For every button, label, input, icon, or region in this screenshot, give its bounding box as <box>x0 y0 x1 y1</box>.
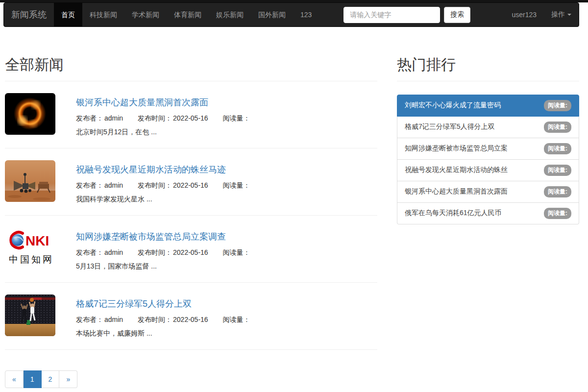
views-badge: 阅读量: <box>544 143 571 154</box>
hot-list-item[interactable]: 知网涉嫌垄断被市场监管总局立案 阅读量: <box>397 138 579 160</box>
all-news-section: 全部新闻 <box>5 27 377 388</box>
pagination-page-1[interactable]: 1 <box>24 370 42 388</box>
hot-list-item[interactable]: 格威7记三分绿军5人得分上双 阅读量: <box>397 117 579 138</box>
nav-item-foreign-news[interactable]: 国外新闻 <box>251 3 293 26</box>
news-thumbnail[interactable] <box>5 294 55 336</box>
basketball-image <box>5 294 55 336</box>
news-body: 银河系中心超大质量黑洞首次露面 发布者：admin 发布时间：2022-05-1… <box>76 93 264 137</box>
mars-rover-image <box>5 160 55 202</box>
svg-text:NKI: NKI <box>25 233 49 248</box>
nav-item-sports-news[interactable]: 体育新闻 <box>167 3 209 26</box>
news-body: 格威7记三分绿军5人得分上双 发布者：admin 发布时间：2022-05-16… <box>76 294 264 338</box>
news-item: 祝融号发现火星近期水活动的蛛丝马迹 发布者：admin 发布时间：2022-05… <box>5 148 377 216</box>
caret-down-icon <box>567 14 571 16</box>
hot-ranking-section: 热门排行 刘畊宏不小心爆火成了流量密码 阅读量: 格威7记三分绿军5人得分上双 … <box>397 27 579 388</box>
news-title-link[interactable]: 知网涉嫌垄断被市场监管总局立案调查 <box>76 231 226 243</box>
all-news-heading: 全部新闻 <box>5 55 377 81</box>
actions-dropdown[interactable]: 操作 <box>544 10 579 19</box>
search-input[interactable] <box>343 7 440 23</box>
hot-item-title: 格威7记三分绿军5人得分上双 <box>405 122 495 131</box>
news-meta: 发布者：admin 发布时间：2022-05-16 阅读量： <box>76 248 264 257</box>
nav-item-123[interactable]: 123 <box>293 3 319 26</box>
news-excerpt: 5月13日，国家市场监督 ... <box>76 262 264 271</box>
news-title-link[interactable]: 格威7记三分绿军5人得分上双 <box>76 298 192 310</box>
hot-item-title: 银河系中心超大质量黑洞首次露面 <box>405 187 508 196</box>
main-nav: 首页 科技新闻 学术新闻 体育新闻 娱乐新闻 国外新闻 123 <box>54 3 319 26</box>
pagination-next[interactable]: » <box>59 370 77 388</box>
news-meta: 发布者：admin 发布时间：2022-05-16 阅读量： <box>76 316 264 324</box>
navbar-right: user123 操作 <box>504 3 579 26</box>
views-badge: 阅读量: <box>544 186 571 197</box>
news-thumbnail[interactable] <box>5 93 55 135</box>
news-item: 格威7记三分绿军5人得分上双 发布者：admin 发布时间：2022-05-16… <box>5 283 377 350</box>
news-title-link[interactable]: 祝融号发现火星近期水活动的蛛丝马迹 <box>76 164 226 175</box>
hot-ranking-heading: 热门排行 <box>397 55 579 81</box>
pagination-page-2[interactable]: 2 <box>42 370 60 388</box>
news-body: 知网涉嫌垄断被市场监管总局立案调查 发布者：admin 发布时间：2022-05… <box>76 227 264 271</box>
hot-item-title: 祝融号发现火星近期水活动的蛛丝 <box>405 166 508 174</box>
navbar: 新闻系统 首页 科技新闻 学术新闻 体育新闻 娱乐新闻 国外新闻 123 搜索 … <box>3 2 579 27</box>
actions-dropdown-label: 操作 <box>551 10 565 19</box>
nav-item-home[interactable]: 首页 <box>54 3 82 26</box>
news-title-link[interactable]: 银河系中心超大质量黑洞首次露面 <box>76 97 208 108</box>
cnki-logo-image: NKI 中国知网 <box>5 227 55 269</box>
news-thumbnail[interactable]: NKI 中国知网 <box>5 227 55 269</box>
hot-item-title: 俄军在乌每天消耗61亿元人民币 <box>405 209 502 218</box>
views-badge: 阅读量: <box>544 100 571 111</box>
news-meta: 发布者：admin 发布时间：2022-05-16 阅读量： <box>76 181 264 190</box>
news-thumbnail[interactable] <box>5 160 55 202</box>
search-button[interactable]: 搜索 <box>444 7 470 23</box>
news-body: 祝融号发现火星近期水活动的蛛丝马迹 发布者：admin 发布时间：2022-05… <box>76 160 264 204</box>
nav-item-academic-news[interactable]: 学术新闻 <box>124 3 167 26</box>
views-badge: 阅读量: <box>544 165 571 176</box>
news-item: NKI 中国知网 知网涉嫌垄断被市场监管总局立案调查 发布者：admin 发布时… <box>5 216 377 283</box>
hot-list-item[interactable]: 刘畊宏不小心爆火成了流量密码 阅读量: <box>397 95 579 117</box>
pagination-prev[interactable]: « <box>5 370 24 388</box>
news-excerpt: 北京时间5月12日，在包 ... <box>76 128 264 137</box>
hot-item-title: 刘畊宏不小心爆火成了流量密码 <box>405 101 501 110</box>
nav-item-entertainment-news[interactable]: 娱乐新闻 <box>209 3 251 26</box>
black-hole-image <box>5 93 55 135</box>
news-item: 银河系中心超大质量黑洞首次露面 发布者：admin 发布时间：2022-05-1… <box>5 81 377 148</box>
svg-text:中国知网: 中国知网 <box>9 254 54 265</box>
news-excerpt: 我国科学家发现火星水 ... <box>76 195 264 204</box>
page-content: 全部新闻 <box>0 27 588 388</box>
news-excerpt: 本场比赛中，威廉姆斯 ... <box>76 329 264 338</box>
username-text: user123 <box>504 11 544 19</box>
nav-item-tech-news[interactable]: 科技新闻 <box>82 3 124 26</box>
views-badge: 阅读量: <box>544 122 571 133</box>
pagination: « 1 2 » <box>5 370 77 388</box>
search-form: 搜索 <box>343 3 470 26</box>
views-badge: 阅读量: <box>544 208 571 219</box>
hot-ranking-list: 刘畊宏不小心爆火成了流量密码 阅读量: 格威7记三分绿军5人得分上双 阅读量: … <box>397 95 579 224</box>
news-meta: 发布者：admin 发布时间：2022-05-16 阅读量： <box>76 114 264 123</box>
hot-list-item[interactable]: 银河系中心超大质量黑洞首次露面 阅读量: <box>397 181 579 203</box>
hot-list-item[interactable]: 祝融号发现火星近期水活动的蛛丝 阅读量: <box>397 160 579 181</box>
hot-list-item[interactable]: 俄军在乌每天消耗61亿元人民币 阅读量: <box>397 203 579 224</box>
navbar-brand[interactable]: 新闻系统 <box>4 3 54 26</box>
hot-item-title: 知网涉嫌垄断被市场监管总局立案 <box>405 144 508 153</box>
